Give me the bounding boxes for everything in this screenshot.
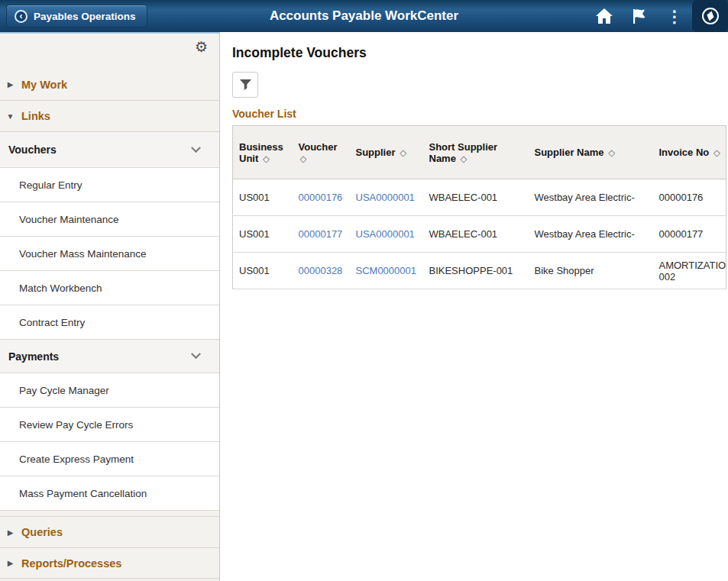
cell-invoice-no: AMORTIZATION-002 xyxy=(653,253,726,289)
section-label: Queries xyxy=(21,526,63,538)
column-header-supplier-name[interactable]: Supplier Name ◇ xyxy=(529,126,653,179)
item-label: Contract Entry xyxy=(19,317,85,328)
triangle-right-icon: ▶ xyxy=(6,80,15,89)
workcenter-sidebar: ⚙ ▶ My Work ▼ Links Vouchers Regular Ent… xyxy=(0,32,220,581)
cell-business-unit: US001 xyxy=(233,253,293,289)
sidebar-item-regular-entry[interactable]: Regular Entry xyxy=(0,167,219,202)
cell-supplier-name: Westbay Area Electric- xyxy=(529,179,653,216)
sidebar-item-voucher-mass-maintenance[interactable]: Voucher Mass Maintenance xyxy=(0,236,219,270)
sort-icon: ◇ xyxy=(608,148,615,157)
column-header-invoice-no[interactable]: Invoice No ◇ xyxy=(653,126,726,179)
cell-supplier: SCM0000001 xyxy=(350,253,423,289)
home-icon xyxy=(595,8,613,24)
sidebar-item-mass-payment-cancellation[interactable]: Mass Payment Cancellation xyxy=(0,476,219,510)
sidebar-item-review-pay-cycle-errors[interactable]: Review Pay Cycle Errors xyxy=(0,407,219,441)
cell-short-supplier-name: WBAELEC-001 xyxy=(423,179,529,216)
voucher-link[interactable]: 00000177 xyxy=(299,228,343,240)
sort-icon: ◇ xyxy=(713,148,720,157)
table-row: US001 00000177 USA0000001 WBAELEC-001 We… xyxy=(233,216,726,253)
sort-icon: ◇ xyxy=(461,154,468,163)
item-label: Mass Payment Cancellation xyxy=(19,488,147,499)
actions-menu-button[interactable]: ⋮ xyxy=(657,0,692,32)
table-row: US001 00000176 USA0000001 WBAELEC-001 We… xyxy=(233,179,726,216)
back-button[interactable]: ‹ Payables Operations xyxy=(6,5,147,27)
table-row: US001 00000328 SCM0000001 BIKESHOPPE-001… xyxy=(233,253,726,289)
triangle-right-icon: ▶ xyxy=(6,528,15,537)
cell-supplier-name: Westbay Area Electric- xyxy=(529,216,653,253)
section-label: Links xyxy=(21,110,50,122)
item-label: Review Pay Cycle Errors xyxy=(19,419,133,431)
column-header-voucher[interactable]: Voucher ◇ xyxy=(293,126,350,179)
sidebar-item-create-express-payment[interactable]: Create Express Payment xyxy=(0,441,219,476)
column-label: Invoice No xyxy=(659,147,710,158)
item-label: Voucher Mass Maintenance xyxy=(19,248,147,260)
sidebar-section-reports-processes[interactable]: ▶ Reports/Processes xyxy=(0,547,219,579)
column-label: Supplier Name xyxy=(535,147,604,158)
column-label: Business Unit xyxy=(239,141,283,164)
group-label: Vouchers xyxy=(8,144,57,156)
voucher-link[interactable]: 00000328 xyxy=(299,265,343,276)
filter-button[interactable] xyxy=(232,72,258,98)
sidebar-item-match-workbench[interactable]: Match Workbench xyxy=(0,270,219,305)
sort-icon: ◇ xyxy=(400,148,406,157)
voucher-link[interactable]: 00000176 xyxy=(299,192,343,203)
chevron-down-icon xyxy=(191,143,201,153)
item-label: Regular Entry xyxy=(19,179,83,191)
table-header-row: Business Unit ◇ Voucher ◇ Supplier ◇ Sho… xyxy=(233,126,726,179)
cell-business-unit: US001 xyxy=(233,179,293,216)
filter-funnel-icon xyxy=(239,79,252,91)
group-label: Payments xyxy=(8,350,59,363)
group-header-vouchers[interactable]: Vouchers xyxy=(0,131,219,167)
compass-icon xyxy=(700,6,720,26)
chevron-left-icon: ‹ xyxy=(15,10,28,23)
supplier-link[interactable]: USA0000001 xyxy=(356,192,415,203)
voucher-list-table: Business Unit ◇ Voucher ◇ Supplier ◇ Sho… xyxy=(232,125,726,289)
column-header-business-unit[interactable]: Business Unit ◇ xyxy=(233,126,293,179)
triangle-down-icon: ▼ xyxy=(6,112,15,121)
cell-voucher: 00000328 xyxy=(293,253,350,289)
cell-supplier-name: Bike Shopper xyxy=(529,253,653,289)
sidebar-section-links[interactable]: ▼ Links xyxy=(0,100,219,131)
group-header-payments[interactable]: Payments xyxy=(0,339,219,373)
item-label: Match Workbench xyxy=(19,282,102,294)
sort-icon: ◇ xyxy=(300,154,307,163)
chevron-down-icon xyxy=(191,349,201,359)
navbar-button[interactable] xyxy=(692,0,728,32)
supplier-link[interactable]: SCM0000001 xyxy=(356,265,417,276)
sidebar-item-contract-entry[interactable]: Contract Entry xyxy=(0,305,219,339)
section-label: My Work xyxy=(21,79,67,91)
triangle-right-icon: ▶ xyxy=(6,559,15,567)
cell-voucher: 00000176 xyxy=(293,179,350,216)
sidebar-toolbar: ⚙ xyxy=(0,34,219,69)
banner-actions: ⋮ xyxy=(587,0,728,32)
notifications-flag-button[interactable] xyxy=(622,0,657,32)
sort-icon: ◇ xyxy=(263,154,270,163)
top-banner: ‹ Payables Operations Accounts Payable W… xyxy=(0,0,728,32)
cell-invoice-no: 00000176 xyxy=(653,179,726,216)
sidebar-section-queries[interactable]: ▶ Queries xyxy=(0,516,219,547)
sidebar-item-pay-cycle-manager[interactable]: Pay Cycle Manager xyxy=(0,373,219,407)
settings-gear-button[interactable]: ⚙ xyxy=(195,40,208,54)
main-content: Incomplete Vouchers Voucher List Busines… xyxy=(220,32,728,581)
section-label: Reports/Processes xyxy=(21,557,121,570)
home-button[interactable] xyxy=(587,0,622,32)
back-button-label: Payables Operations xyxy=(34,11,136,22)
flag-icon xyxy=(630,8,649,24)
cell-invoice-no: 00000177 xyxy=(653,216,726,253)
gear-icon: ⚙ xyxy=(195,39,208,55)
cell-supplier: USA0000001 xyxy=(350,179,423,216)
item-label: Create Express Payment xyxy=(19,454,134,465)
column-header-supplier[interactable]: Supplier ◇ xyxy=(350,126,423,179)
cell-short-supplier-name: BIKESHOPPE-001 xyxy=(423,253,529,289)
column-label: Supplier xyxy=(356,147,396,158)
sidebar-item-voucher-maintenance[interactable]: Voucher Maintenance xyxy=(0,202,219,236)
sidebar-section-my-work[interactable]: ▶ My Work xyxy=(0,69,219,100)
supplier-link[interactable]: USA0000001 xyxy=(356,228,415,240)
item-label: Voucher Maintenance xyxy=(19,214,119,225)
column-header-short-supplier-name[interactable]: Short Supplier Name ◇ xyxy=(423,126,529,179)
cell-supplier: USA0000001 xyxy=(350,216,423,253)
column-label: Voucher xyxy=(299,141,338,153)
cell-business-unit: US001 xyxy=(233,216,293,253)
cell-voucher: 00000177 xyxy=(293,216,350,253)
page-title: Incomplete Vouchers xyxy=(232,45,728,61)
